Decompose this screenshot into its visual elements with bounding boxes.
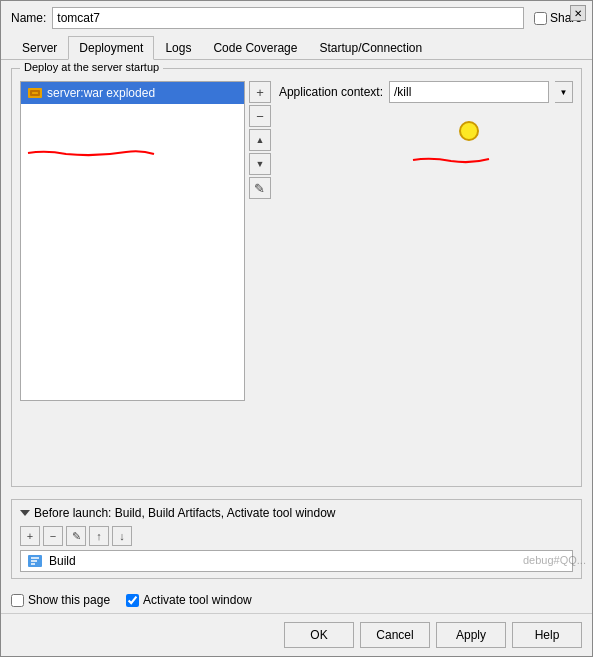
tab-bar: Server Deployment Logs Code Coverage Sta… bbox=[1, 35, 592, 60]
deploy-section-legend: Deploy at the server startup bbox=[20, 61, 163, 73]
before-launch-toolbar: + − ✎ ↑ ↓ bbox=[20, 526, 573, 546]
move-up-button[interactable]: ▲ bbox=[249, 129, 271, 151]
move-down-button[interactable]: ▼ bbox=[249, 153, 271, 175]
main-content: Deploy at the server startup server:war … bbox=[1, 60, 592, 587]
cancel-button[interactable]: Cancel bbox=[360, 622, 430, 648]
bl-remove-button[interactable]: − bbox=[43, 526, 63, 546]
remove-artifact-button[interactable]: − bbox=[249, 105, 271, 127]
bl-down-icon: ↓ bbox=[119, 530, 125, 542]
collapse-icon[interactable] bbox=[20, 510, 30, 516]
before-launch-list: Build bbox=[20, 550, 573, 572]
close-icon: ✕ bbox=[574, 8, 582, 19]
artifact-panel: server:war exploded + − ▲ bbox=[20, 81, 271, 478]
name-label: Name: bbox=[11, 11, 46, 25]
show-page-option: Show this page bbox=[11, 593, 110, 607]
bl-edit-icon: ✎ bbox=[72, 530, 81, 543]
tab-deployment[interactable]: Deployment bbox=[68, 36, 154, 60]
dropdown-arrow-icon: ▼ bbox=[560, 88, 568, 97]
show-page-label: Show this page bbox=[28, 593, 110, 607]
name-input[interactable] bbox=[52, 7, 524, 29]
activate-tool-checkbox[interactable] bbox=[126, 594, 139, 607]
edit-icon: ✎ bbox=[254, 181, 265, 196]
before-launch-title: Before launch: Build, Build Artifacts, A… bbox=[20, 506, 573, 520]
before-launch-label: Before launch: Build, Build Artifacts, A… bbox=[34, 506, 336, 520]
app-context-row: Application context: ▼ bbox=[279, 81, 573, 103]
show-page-checkbox[interactable] bbox=[11, 594, 24, 607]
artifact-item[interactable]: server:war exploded bbox=[21, 82, 244, 104]
bl-down-button[interactable]: ↓ bbox=[112, 526, 132, 546]
footer-buttons: OK Cancel Apply Help bbox=[1, 613, 592, 656]
apply-button[interactable]: Apply bbox=[436, 622, 506, 648]
name-row: Name: Share bbox=[1, 1, 592, 35]
activate-tool-label: Activate tool window bbox=[143, 593, 252, 607]
bottom-options: Show this page Activate tool window bbox=[1, 587, 592, 613]
war-exploded-icon bbox=[27, 85, 43, 101]
deploy-section: Deploy at the server startup server:war … bbox=[11, 68, 582, 487]
app-context-dropdown[interactable]: ▼ bbox=[555, 81, 573, 103]
bl-up-icon: ↑ bbox=[96, 530, 102, 542]
edit-artifact-button[interactable]: ✎ bbox=[249, 177, 271, 199]
bl-item-label: Build bbox=[49, 554, 76, 568]
tab-server[interactable]: Server bbox=[11, 36, 68, 60]
tab-logs[interactable]: Logs bbox=[154, 36, 202, 60]
close-button[interactable]: ✕ bbox=[570, 5, 586, 21]
share-checkbox[interactable] bbox=[534, 12, 547, 25]
app-context-input[interactable] bbox=[389, 81, 549, 103]
bl-add-button[interactable]: + bbox=[20, 526, 40, 546]
build-icon bbox=[27, 553, 43, 569]
add-artifact-button[interactable]: + bbox=[249, 81, 271, 103]
svg-rect-2 bbox=[32, 92, 38, 94]
artifact-name: server:war exploded bbox=[47, 86, 155, 100]
app-context-label: Application context: bbox=[279, 85, 383, 99]
bl-item-build[interactable]: Build bbox=[21, 551, 572, 571]
tab-startup-connection[interactable]: Startup/Connection bbox=[308, 36, 433, 60]
tab-code-coverage[interactable]: Code Coverage bbox=[202, 36, 308, 60]
artifact-list: server:war exploded bbox=[20, 81, 245, 401]
deploy-content: server:war exploded + − ▲ bbox=[20, 81, 573, 478]
right-panel: Application context: ▼ bbox=[279, 81, 573, 478]
activate-tool-option: Activate tool window bbox=[126, 593, 252, 607]
run-configuration-dialog: ✕ Name: Share Server Deployment Logs Cod… bbox=[0, 0, 593, 657]
bl-edit-button[interactable]: ✎ bbox=[66, 526, 86, 546]
bl-up-button[interactable]: ↑ bbox=[89, 526, 109, 546]
help-button[interactable]: Help bbox=[512, 622, 582, 648]
ok-button[interactable]: OK bbox=[284, 622, 354, 648]
side-buttons: + − ▲ ▼ ✎ bbox=[249, 81, 271, 478]
before-launch-section: Before launch: Build, Build Artifacts, A… bbox=[11, 499, 582, 579]
